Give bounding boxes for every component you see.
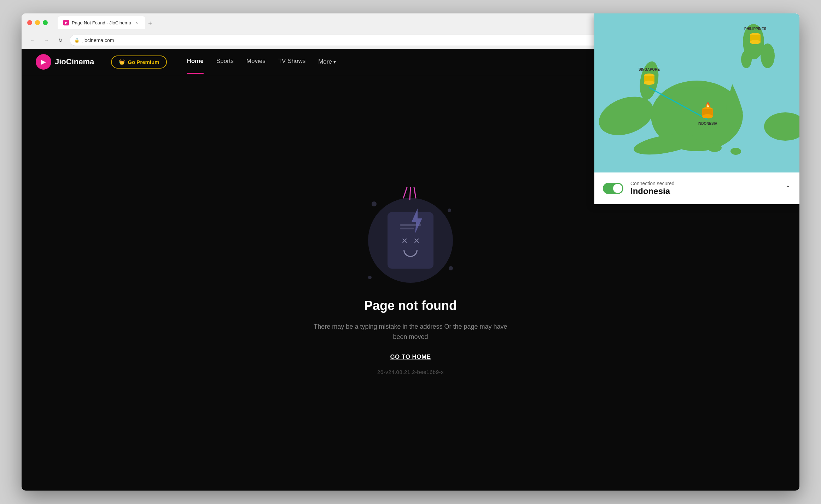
crown-icon: 👑 <box>119 59 125 65</box>
vpn-status: Connection secured <box>630 181 778 186</box>
chevron-up-icon[interactable]: ⌃ <box>785 184 791 193</box>
url-text: jiocinema.com <box>82 37 114 43</box>
svg-point-10 <box>741 51 752 68</box>
lightning-icon <box>396 187 425 206</box>
svg-line-2 <box>414 187 416 198</box>
new-tab-button[interactable]: + <box>145 19 155 28</box>
bolt-icon <box>410 209 424 235</box>
file-eye-left: ✕ <box>401 236 408 246</box>
minimize-window-button[interactable] <box>35 20 40 25</box>
nav-links: Home Sports Movies TV Shows More ▾ <box>187 58 336 66</box>
logo-area: ▶ JioCinema <box>36 54 94 70</box>
vpn-map: SINGAPORE 🔥 INDONESIA PHI <box>594 13 799 172</box>
vpn-footer: Connection secured Indonesia ⌃ <box>594 172 799 204</box>
go-home-link[interactable]: GO TO HOME <box>390 353 431 361</box>
window-controls <box>27 20 48 25</box>
maximize-window-button[interactable] <box>43 20 48 25</box>
error-subtitle: There may be a typing mistake in the add… <box>311 322 510 342</box>
svg-marker-3 <box>412 209 422 233</box>
nav-tvshows[interactable]: TV Shows <box>278 58 305 66</box>
logo-icon: ▶ <box>36 54 51 70</box>
tab-favicon: ▶ <box>63 20 69 25</box>
svg-point-13 <box>708 143 722 152</box>
svg-line-0 <box>403 187 407 198</box>
svg-text:SINGAPORE: SINGAPORE <box>639 68 660 71</box>
svg-point-22 <box>702 114 713 118</box>
svg-text:PHILIPPINES: PHILIPPINES <box>744 27 767 31</box>
error-illustration: ✕ ✕ <box>361 191 460 290</box>
svg-point-18 <box>644 81 654 85</box>
premium-label: Go Premium <box>128 59 159 65</box>
error-title: Page not found <box>364 298 457 313</box>
chevron-down-icon: ▾ <box>333 59 336 65</box>
svg-line-1 <box>410 187 410 200</box>
close-window-button[interactable] <box>27 20 32 25</box>
decoration-dot <box>449 266 453 270</box>
decoration-dot <box>448 209 451 212</box>
svg-point-14 <box>730 148 741 155</box>
file-eye-right: ✕ <box>413 236 420 246</box>
nav-home[interactable]: Home <box>187 58 203 66</box>
svg-point-9 <box>761 43 775 68</box>
svg-text:🔥: 🔥 <box>705 102 711 108</box>
file-eyes: ✕ ✕ <box>401 236 420 246</box>
nav-sports[interactable]: Sports <box>216 58 234 66</box>
tab-close-button[interactable]: × <box>134 20 140 25</box>
svg-text:INDONESIA: INDONESIA <box>698 122 717 125</box>
go-premium-button[interactable]: 👑 Go Premium <box>111 55 167 69</box>
vpn-location: Indonesia <box>630 186 778 196</box>
forward-button[interactable]: → <box>41 35 51 45</box>
vpn-overlay: SINGAPORE 🔥 INDONESIA PHI <box>594 13 799 204</box>
reload-button[interactable]: ↻ <box>56 35 65 45</box>
decoration-dot <box>368 276 372 279</box>
nav-movies[interactable]: Movies <box>246 58 266 66</box>
error-code: 26-v24.08.21.2-bee16b9-x <box>377 369 444 375</box>
tab-title: Page Not Found - JioCinema <box>72 20 131 25</box>
vpn-toggle[interactable] <box>603 183 623 194</box>
file-mouth <box>403 250 418 257</box>
browser-tab[interactable]: ▶ Page Not Found - JioCinema × <box>58 16 145 29</box>
url-security-icon: 🔒 <box>74 38 80 43</box>
vpn-info: Connection secured Indonesia <box>630 181 778 196</box>
back-button[interactable]: ← <box>27 35 37 45</box>
logo-text: JioCinema <box>55 57 94 66</box>
nav-more-label: More <box>318 58 332 65</box>
svg-point-27 <box>750 40 761 44</box>
nav-more[interactable]: More ▾ <box>318 58 336 65</box>
decoration-dot <box>372 201 377 206</box>
